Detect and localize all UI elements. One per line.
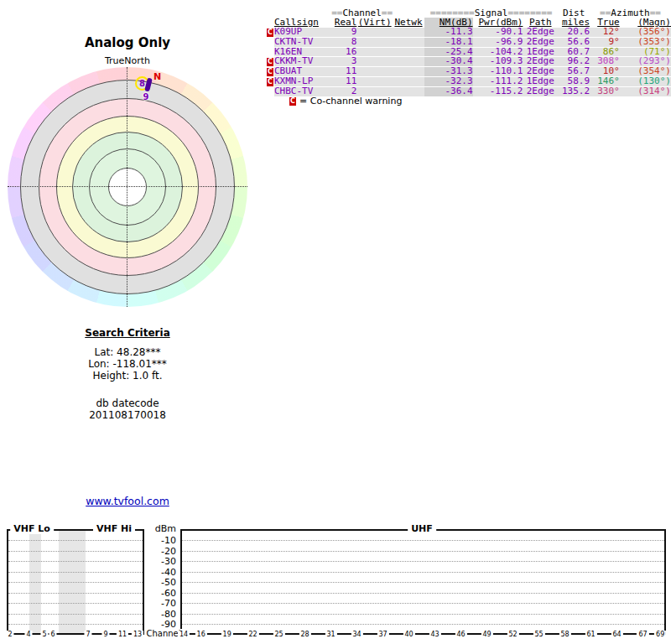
dbm-tick-label: -40 bbox=[143, 567, 176, 578]
vhf-channel-tick: 13 bbox=[132, 631, 143, 638]
network-cell bbox=[393, 38, 424, 48]
east-west-axis-line bbox=[8, 186, 247, 187]
dbm-tick-label: -20 bbox=[143, 546, 176, 557]
badge-cell bbox=[267, 87, 274, 97]
uhf-channel-tick: 40 bbox=[403, 631, 414, 638]
virt-channel-cell bbox=[356, 38, 393, 48]
virt-channel-cell bbox=[356, 67, 393, 77]
vhf-channel-tick: 2 bbox=[6, 631, 13, 638]
virt-channel-cell bbox=[356, 47, 393, 57]
vhf-channel-tick: 9 bbox=[101, 631, 109, 638]
badge-cell bbox=[267, 47, 274, 57]
uhf-channel-tick: 64 bbox=[611, 631, 622, 638]
co-channel-warning-icon: C bbox=[289, 97, 296, 106]
co-channel-warning-icon: C bbox=[267, 67, 274, 77]
vhf-hi-label: VHF Hi bbox=[93, 523, 135, 534]
distance-miles-cell: 135.2 bbox=[558, 87, 590, 97]
uhf-channel-tick: 55 bbox=[533, 631, 544, 638]
uhf-channel-tick: 25 bbox=[273, 631, 285, 638]
vhf-channel-tick: 11 bbox=[117, 631, 128, 638]
site-link-wrap: www.tvfool.com bbox=[0, 495, 255, 507]
dbm-gridline bbox=[8, 624, 143, 625]
col-header-netwk: Netwk bbox=[393, 18, 424, 28]
dbm-gridline bbox=[182, 551, 664, 552]
dbm-gridline bbox=[8, 551, 143, 552]
uhf-channel-tick: 69 bbox=[654, 631, 666, 638]
network-cell bbox=[393, 28, 424, 38]
uhf-spectrum-panel bbox=[180, 529, 666, 635]
signal-table-body: CK09UP9-11.3-90.12Edge20.612°(356°)CKTN-… bbox=[267, 28, 671, 96]
dbm-gridline bbox=[8, 540, 143, 541]
dbm-tick-label: -60 bbox=[143, 588, 176, 599]
polar-center-circle bbox=[108, 168, 147, 206]
nm-db-cell: -36.4 bbox=[424, 87, 473, 97]
signal-table: ==Channel== ========Signal======== Dist … bbox=[267, 8, 671, 97]
dbm-tick-label: -10 bbox=[143, 535, 176, 546]
uhf-channel-tick: 22 bbox=[247, 631, 259, 638]
vhf-channel-tick: 7 bbox=[84, 631, 91, 638]
network-cell bbox=[393, 57, 424, 67]
uhf-channel-tick: 37 bbox=[377, 631, 388, 638]
uhf-channel-tick: 67 bbox=[637, 631, 648, 638]
co-channel-warning-icon: C bbox=[267, 57, 274, 67]
virt-channel-cell bbox=[356, 57, 393, 67]
dbm-gridline bbox=[182, 614, 664, 615]
tvfool-report-page: Analog Only TrueNorth N 8 9 ==Channel== … bbox=[0, 0, 671, 644]
dbm-gridline bbox=[182, 540, 664, 541]
dbm-gridline bbox=[8, 572, 143, 573]
channel-axis-label: Channel bbox=[144, 629, 182, 638]
uhf-channel-tick: 19 bbox=[221, 631, 233, 638]
dbm-gridline bbox=[182, 593, 664, 594]
virt-channel-cell bbox=[356, 28, 393, 38]
true-north-label: TrueNorth bbox=[0, 55, 255, 66]
badge-cell bbox=[267, 38, 274, 48]
tvfool-link[interactable]: www.tvfool.com bbox=[86, 495, 169, 507]
virt-channel-cell bbox=[356, 77, 393, 87]
power-dbm-cell: -115.2 bbox=[473, 87, 523, 97]
polar-plot-title: Analog Only bbox=[0, 35, 255, 50]
network-cell bbox=[393, 77, 424, 87]
azimuth-polar-plot: N 8 9 bbox=[8, 67, 247, 307]
dbm-tick-label: -50 bbox=[143, 577, 176, 588]
col-header-virt: (Virt) bbox=[356, 18, 393, 28]
height-value: Height: 1.0 ft. bbox=[0, 370, 255, 382]
db-datecode-value: 201108170018 bbox=[0, 409, 255, 421]
db-datecode-label: db datecode bbox=[0, 397, 255, 409]
uhf-channel-tick: 61 bbox=[585, 631, 596, 638]
azimuth-true-cell: 330° bbox=[590, 87, 620, 97]
dbm-gridline bbox=[182, 561, 664, 562]
dbm-tick-label: -30 bbox=[143, 556, 176, 567]
azimuth-magn-cell: (314°) bbox=[620, 87, 671, 97]
dbm-gridline bbox=[8, 561, 143, 562]
dbm-gridline bbox=[182, 624, 664, 625]
north-marker-label: N bbox=[153, 71, 161, 82]
dbm-gridline bbox=[8, 614, 143, 615]
vhf-lo-label: VHF Lo bbox=[10, 523, 54, 534]
uhf-channel-tick: 34 bbox=[351, 631, 363, 638]
vhf-channel-tick: 4 bbox=[24, 631, 32, 638]
channel-9-marker: 9 bbox=[140, 92, 152, 101]
uhf-channel-tick: 43 bbox=[429, 631, 440, 638]
north-south-axis-line bbox=[127, 67, 127, 307]
co-channel-warning-icon: C bbox=[267, 28, 274, 38]
co-channel-legend: C= Co-channel warning bbox=[289, 96, 402, 106]
uhf-channel-tick: 58 bbox=[559, 631, 570, 638]
dbm-gridline bbox=[8, 582, 143, 583]
uhf-channel-tick: 14 bbox=[178, 631, 190, 638]
uhf-channel-tick: 16 bbox=[195, 631, 207, 638]
dbm-tick-label: -80 bbox=[143, 609, 176, 620]
vhf-spectrum-panel bbox=[7, 529, 144, 635]
co-channel-legend-text: = Co-channel warning bbox=[299, 96, 402, 106]
dbm-gridline bbox=[8, 593, 143, 594]
co-channel-warning-icon: C bbox=[267, 77, 274, 87]
uhf-channel-tick: 31 bbox=[325, 631, 337, 638]
vhf-channel-tick: 6 bbox=[49, 631, 56, 638]
search-criteria: Search Criteria Lat: 48.28*** Lon: -118.… bbox=[0, 327, 255, 382]
uhf-channel-tick: 28 bbox=[299, 631, 311, 638]
dbm-gridline bbox=[8, 603, 143, 604]
network-cell bbox=[393, 47, 424, 57]
db-datecode: db datecode 201108170018 bbox=[0, 397, 255, 421]
uhf-channel-tick: 52 bbox=[507, 631, 518, 638]
dbm-tick-label: -70 bbox=[143, 598, 176, 609]
dbm-gridline bbox=[182, 582, 664, 583]
